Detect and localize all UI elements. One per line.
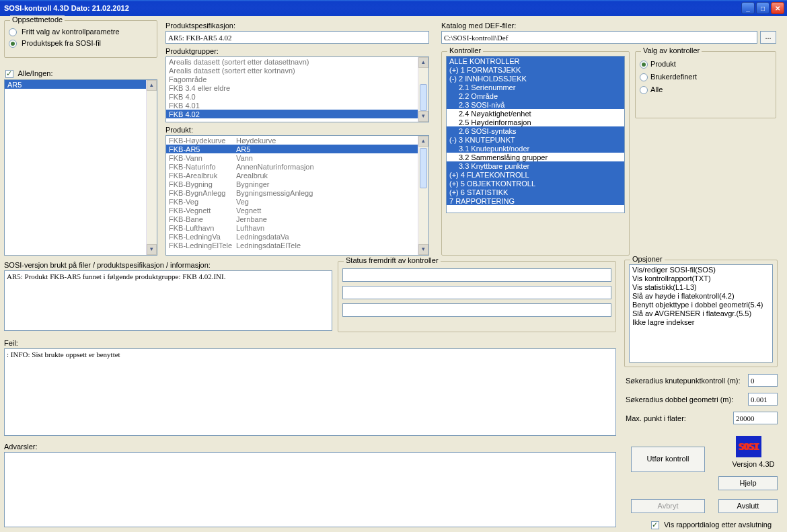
katalog-input[interactable]: [441, 31, 757, 44]
kontroller-group: Kontroller ALLE KONTROLLER(+) 1 FORMATSJ…: [441, 51, 630, 256]
alle-ingen-label: Alle/Ingen:: [5, 69, 52, 78]
avbryt-button[interactable]: Avbryt: [631, 499, 705, 513]
katalog-browse-button[interactable]: ...: [760, 31, 776, 44]
status-bar-2: [342, 286, 611, 299]
kontroll-item[interactable]: 2.6 SOSI-syntaks: [447, 126, 624, 135]
produkt-row[interactable]: FKB-BygnAnleggBygningsmessigAnlegg: [166, 188, 428, 197]
feil-text[interactable]: : INFO: Sist brukte oppsett er benyttet: [4, 348, 616, 436]
param2-input[interactable]: [748, 393, 778, 406]
kontroll-item[interactable]: 2.5 Høydeinformasjon: [447, 118, 624, 126]
kontroll-item[interactable]: (-) 3 KNUTEPUNKT: [447, 135, 624, 144]
kontroll-item[interactable]: 2.2 Område: [447, 91, 624, 100]
main-window: SOSI-kontroll 4.3D Dato: 21.02.2012 _ □ …: [0, 0, 787, 532]
produktgruppe-item[interactable]: Fagområde: [166, 75, 428, 83]
minimize-button[interactable]: _: [741, 2, 755, 14]
titlebar[interactable]: SOSI-kontroll 4.3D Dato: 21.02.2012 _ □ …: [0, 0, 787, 16]
produkt-row[interactable]: FKB-HøydekurveHøydekurve: [166, 136, 428, 145]
opsjon-item[interactable]: Vis statistikk(L1-L3): [630, 282, 772, 291]
kontroll-item[interactable]: (-) 2 INNHOLDSSJEKK: [447, 74, 624, 83]
produkt-row[interactable]: FKB-ArealbrukArealbruk: [166, 171, 428, 180]
produktgrupper-label: Produktgrupper:: [165, 47, 219, 55]
opsjoner-list[interactable]: Vis/rediger SOSI-fil(SOS)Vis kontrollrap…: [629, 264, 773, 363]
status-bar-3: [342, 303, 611, 317]
opsjon-item[interactable]: Vis/rediger SOSI-fil(SOS): [630, 265, 772, 274]
visrapport-checkbox[interactable]: [651, 521, 659, 529]
produktgruppe-item[interactable]: FKB 4.02: [166, 110, 428, 118]
produkt-scrollbar[interactable]: ▴▾: [418, 136, 428, 255]
hjelp-button[interactable]: Hjelp: [718, 476, 778, 490]
produkt-row[interactable]: FKB-LedningElTeleLedningsdataElTele: [166, 241, 428, 250]
produktgruppe-item[interactable]: FKB 4.01: [166, 101, 428, 110]
produktspes-input[interactable]: [165, 31, 429, 44]
radio-fritt-valg[interactable]: [9, 28, 17, 36]
radio-produktspek[interactable]: [9, 40, 17, 48]
kontroll-item[interactable]: 2.4 Nøyaktighet/enhet: [447, 109, 624, 118]
kontroll-item[interactable]: (+) 1 FORMATSJEKK: [447, 65, 624, 74]
avslutt-button[interactable]: Avslutt: [718, 499, 778, 513]
produkt-row[interactable]: FKB-BygningBygninger: [166, 180, 428, 188]
produktgrupper-list[interactable]: Arealis datasett (sortert etter datasett…: [165, 56, 429, 122]
produkt-row[interactable]: FKB-LufthavnLufthavn: [166, 223, 428, 232]
kontroll-item[interactable]: 2.3 SOSI-nivå: [447, 100, 624, 109]
feil-label: Feil:: [4, 339, 18, 347]
radio-alle[interactable]: [640, 86, 648, 94]
produkt-label: Produkt:: [165, 126, 193, 134]
produkt-row[interactable]: FKB-LedningVaLedningsdataVa: [166, 232, 428, 241]
kontroll-item[interactable]: (+) 4 FLATEKONTROLL: [447, 170, 624, 179]
maximize-button[interactable]: □: [756, 2, 770, 14]
produktgrupper-scrollbar[interactable]: ▴▾: [418, 57, 428, 122]
opsjon-item[interactable]: Slå av høyde i flatekontroll(4.2): [630, 291, 772, 300]
opsjon-item[interactable]: Benytt objekttype i dobbel geometri(5.4): [630, 300, 772, 309]
param3-input[interactable]: [733, 412, 778, 424]
opsjon-item[interactable]: Slå av AVGRENSER i flateavgr.(5.5): [630, 309, 772, 317]
opsjon-item[interactable]: Ikke lagre indekser: [630, 317, 772, 326]
fil-list-scrollbar[interactable]: ▴▾: [146, 80, 157, 255]
produkt-row[interactable]: FKB-AR5AR5: [166, 145, 428, 153]
radio-produktspek-label: Produktspek fra SOSI-fil: [22, 39, 101, 47]
kontroll-item[interactable]: 7 RAPPORTERING: [447, 196, 624, 205]
produktgruppe-item[interactable]: FKB 4.0: [166, 92, 428, 101]
sosiver-text[interactable]: AR5: Produkt FKB-AR5 funnet i følgende p…: [4, 270, 332, 331]
produktgruppe-item[interactable]: Arealis datasett (sortert etter datasett…: [166, 57, 428, 66]
oppsettmetode-group: Oppsettmetode Fritt valg av kontrollpara…: [4, 20, 157, 58]
param3-label: Max. punkt i flater:: [626, 414, 686, 422]
fil-list[interactable]: AR5 ▴▾: [4, 79, 157, 256]
produkt-row[interactable]: FKB-NaturinfoAnnenNaturinformasjon: [166, 162, 428, 171]
kontroll-item[interactable]: (+) 5 OBJEKTKONTROLL: [447, 179, 624, 188]
produkt-row[interactable]: FKB-VegnettVegnett: [166, 206, 428, 215]
kontroller-list[interactable]: ALLE KONTROLLER(+) 1 FORMATSJEKK(-) 2 IN…: [446, 56, 625, 213]
kontroll-item[interactable]: 3.1 Knutepunkt/noder: [447, 144, 624, 153]
param1-input[interactable]: [748, 374, 778, 387]
kontroll-item[interactable]: 2.1 Serienummer: [447, 83, 624, 91]
produkt-row[interactable]: FKB-VegVeg: [166, 197, 428, 206]
status-caption: Status fremdrift av kontroller: [344, 256, 441, 264]
status-group: Status fremdrift av kontroller: [338, 261, 616, 332]
radio-brukerdef[interactable]: [640, 73, 648, 81]
utfor-kontroll-button[interactable]: Utfør kontroll: [631, 447, 705, 472]
kontroll-item[interactable]: ALLE KONTROLLER: [447, 56, 624, 65]
kontroll-item[interactable]: 3.2 Sammenslåing grupper: [447, 153, 624, 161]
alle-ingen-checkbox[interactable]: [5, 70, 13, 78]
opsjon-item[interactable]: Vis kontrollrapport(TXT): [630, 274, 772, 282]
param1-label: Søkeradius knutepunktkontroll (m):: [626, 377, 741, 385]
fil-list-item[interactable]: AR5: [5, 80, 157, 89]
valg-caption: Valg av kontroller: [641, 46, 702, 54]
kontroll-item[interactable]: 3.3 Knyttbare punkter: [447, 161, 624, 170]
sosi-logo: SOSI: [736, 436, 761, 457]
kontroller-caption: Kontroller: [447, 46, 483, 54]
visrapport-label: Vis rapportdialog etter avslutning: [651, 521, 772, 529]
radio-produkt[interactable]: [640, 61, 648, 69]
produktspes-label: Produktspesifikasjon:: [165, 22, 235, 30]
produktgruppe-item[interactable]: FKB 3.4 eller eldre: [166, 83, 428, 92]
kontroll-item[interactable]: (+) 6 STATISTIKK: [447, 188, 624, 196]
produkt-list[interactable]: FKB-HøydekurveHøydekurveFKB-AR5AR5FKB-Va…: [165, 135, 429, 256]
produkt-row[interactable]: FKB-VannVann: [166, 153, 428, 162]
produktgruppe-item[interactable]: Arealis datasett (sortert etter kortnavn…: [166, 66, 428, 75]
advarsler-text[interactable]: [4, 452, 616, 527]
oppsettmetode-caption: Oppsettmetode: [10, 15, 65, 24]
valg-group: Valg av kontroller Produkt Brukerdefiner…: [635, 51, 776, 118]
sosiver-label: SOSI-versjon brukt på filer / produktspe…: [4, 261, 211, 269]
close-button[interactable]: ✕: [771, 2, 784, 14]
produkt-row[interactable]: FKB-BaneJernbane: [166, 215, 428, 223]
opsjoner-group: Opsjoner Vis/rediger SOSI-fil(SOS)Vis ko…: [624, 260, 778, 367]
